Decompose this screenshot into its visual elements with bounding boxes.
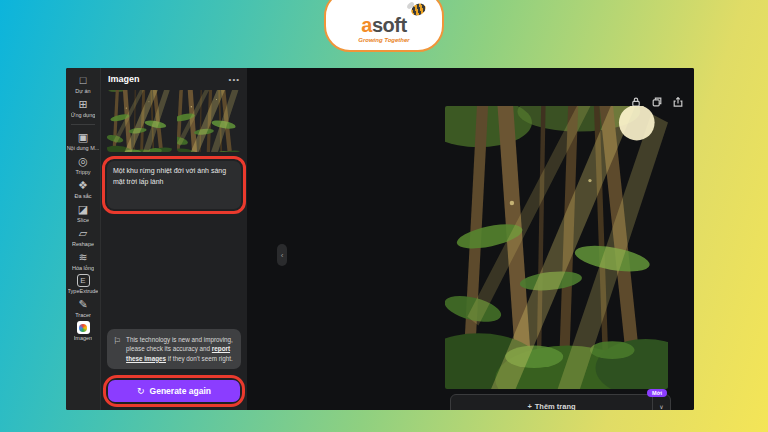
export-icon[interactable]	[672, 94, 684, 106]
sidebar-item-apps[interactable]: ⊞ Ứng dụng	[66, 97, 100, 118]
app-window: □ Dự án ⊞ Ứng dụng ▣ Nội dung M... ◎ Tri…	[66, 68, 694, 410]
add-page-area: + Thêm trang ∨ Mới	[450, 394, 671, 410]
panel-spacer	[101, 214, 247, 329]
sidebar-item-brand-content[interactable]: ▣ Nội dung M...	[66, 130, 100, 151]
new-feature-badge: Mới	[647, 389, 667, 397]
sidebar: □ Dự án ⊞ Ứng dụng ▣ Nội dung M... ◎ Tri…	[66, 68, 100, 410]
type-extrude-icon: E	[77, 274, 90, 287]
brand-content-icon: ▣	[76, 130, 90, 144]
sidebar-item-imagen[interactable]: Imagen	[66, 321, 100, 341]
prompt-annotation-highlight: Một khu rừng nhiệt đới với ánh sáng mặt …	[102, 156, 246, 214]
sidebar-divider	[71, 124, 95, 125]
imagen-icon	[77, 321, 90, 334]
sidebar-item-multicolor[interactable]: ❖ Đa sắc	[66, 178, 100, 199]
apps-icon: ⊞	[76, 97, 90, 111]
regenerate-icon: ↻	[137, 386, 145, 396]
sidebar-item-type-extrude[interactable]: E TypeExtrude	[66, 274, 100, 294]
add-page-chevron[interactable]: ∨	[652, 395, 670, 410]
page-toolbar	[630, 94, 684, 106]
lock-icon[interactable]	[630, 94, 642, 106]
multicolor-icon: ❖	[76, 178, 90, 192]
brand-tagline: Growing Together	[358, 37, 409, 43]
add-page-button[interactable]: + Thêm trang	[451, 395, 652, 410]
liquify-icon: ≋	[76, 250, 90, 264]
generated-image-main[interactable]	[445, 106, 668, 389]
generate-annotation-highlight: ↻ Generate again	[103, 375, 245, 407]
duplicate-icon[interactable]	[651, 94, 663, 106]
brand-badge: asoft Growing Together	[324, 0, 444, 52]
brand-logo: asoft	[361, 15, 406, 35]
trippy-icon: ◎	[76, 154, 90, 168]
reshape-icon: ▱	[76, 226, 90, 240]
sidebar-item-tracer[interactable]: ✎ Tracer	[66, 297, 100, 318]
generated-thumbnails	[101, 85, 247, 152]
plus-icon: +	[527, 402, 531, 411]
background-gradient: asoft Growing Together □ Dự án ⊞ Ứng dụn…	[0, 0, 768, 432]
sidebar-item-liquify[interactable]: ≋ Hóa lỏng	[66, 250, 100, 271]
slice-icon: ◪	[76, 202, 90, 216]
sidebar-item-projects[interactable]: □ Dự án	[66, 73, 100, 94]
generated-thumbnail-1[interactable]	[107, 90, 172, 152]
imagen-panel: Imagen ••• Một khu rừng nhiệt đới với án…	[100, 68, 247, 410]
panel-menu-icon[interactable]: •••	[229, 75, 240, 84]
tracer-icon: ✎	[76, 297, 90, 311]
disclaimer-box: ⚐ This technology is new and improving, …	[107, 329, 241, 369]
panel-header: Imagen •••	[101, 73, 247, 85]
generate-again-button[interactable]: ↻ Generate again	[108, 380, 240, 402]
disclaimer-text: This technology is new and improving, pl…	[126, 335, 235, 363]
panel-title: Imagen	[108, 74, 140, 84]
panel-collapse-handle[interactable]: ‹	[277, 244, 287, 266]
sidebar-item-reshape[interactable]: ▱ Reshape	[66, 226, 100, 247]
prompt-input[interactable]: Một khu rừng nhiệt đới với ánh sáng mặt …	[107, 161, 241, 209]
sidebar-item-slice[interactable]: ◪ Slice	[66, 202, 100, 223]
bee-icon	[409, 1, 427, 17]
generated-thumbnail-2[interactable]	[177, 90, 242, 152]
projects-folder-icon: □	[76, 73, 90, 87]
add-page-button-group: + Thêm trang ∨	[450, 394, 671, 410]
report-flag-icon: ⚐	[113, 337, 121, 363]
sidebar-item-trippy[interactable]: ◎ Trippy	[66, 154, 100, 175]
canvas: + Thêm trang ∨ Mới	[247, 68, 694, 410]
